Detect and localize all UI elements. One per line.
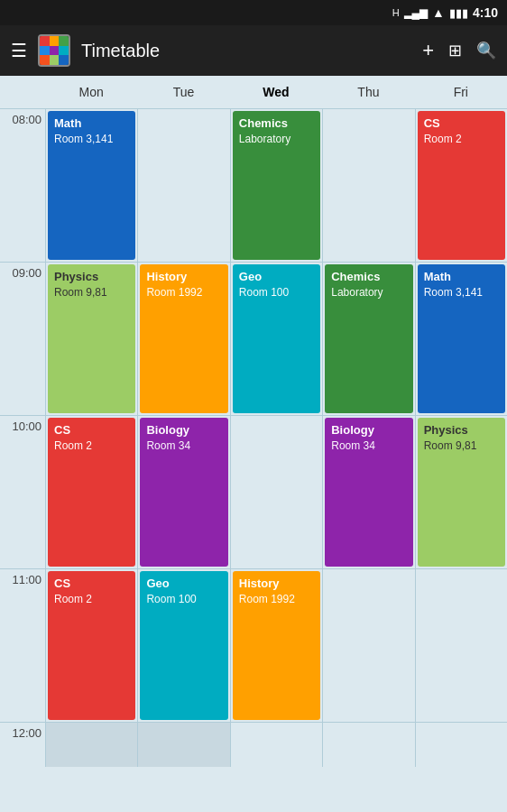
- status-icons: H ▂▄▆ ▲ ▮▮▮ 4:10: [392, 5, 498, 20]
- subject-name: Math: [54, 116, 129, 132]
- subject-name: History: [146, 270, 221, 285]
- day-cell: PhysicsRoom 9,81: [415, 416, 507, 568]
- day-mon: Mon: [45, 85, 137, 99]
- day-cell: HistoryRoom 1992: [137, 263, 229, 415]
- day-fri: Fri: [415, 85, 507, 99]
- wifi-icon: ▲: [432, 5, 445, 20]
- subject-room: Room 100: [239, 286, 314, 300]
- day-cells-0800: MathRoom 3,141ChemicsLaboratoryCSRoom 2: [45, 109, 507, 262]
- subject-name: Chemics: [239, 116, 314, 132]
- day-cell: [415, 723, 507, 767]
- hour-row-1200: 12:00: [0, 722, 507, 767]
- subject-block[interactable]: PhysicsRoom 9,81: [418, 418, 505, 567]
- day-cell: [137, 723, 229, 767]
- logo-cell: [50, 55, 60, 65]
- hour-label: 09:00: [0, 263, 45, 415]
- subject-room: Room 34: [331, 439, 406, 454]
- logo-cell: [50, 36, 60, 46]
- subject-name: Geo: [146, 577, 221, 592]
- day-cell: CSRoom 2: [45, 569, 137, 722]
- subject-room: Room 1992: [239, 593, 314, 607]
- hour-label: 12:00: [0, 723, 45, 767]
- subject-block[interactable]: PhysicsRoom 9,81: [48, 264, 135, 413]
- subject-room: Room 1992: [146, 286, 221, 300]
- grid-body: 08:00MathRoom 3,141ChemicsLaboratoryCSRo…: [0, 108, 507, 767]
- day-headers: Mon Tue Wed Thu Fri: [0, 76, 507, 108]
- hamburger-button[interactable]: ☰: [11, 40, 27, 61]
- subject-room: Room 3,141: [424, 286, 499, 300]
- logo-cell: [59, 55, 69, 65]
- subject-block[interactable]: CSRoom 2: [48, 571, 135, 720]
- subject-room: Room 3,141: [54, 133, 129, 147]
- day-cells-1000: CSRoom 2BiologyRoom 34BiologyRoom 34Phys…: [45, 416, 507, 568]
- day-cell: BiologyRoom 34: [322, 416, 414, 568]
- day-thu: Thu: [322, 85, 414, 99]
- subject-room: Room 2: [54, 593, 129, 607]
- subject-block[interactable]: BiologyRoom 34: [140, 418, 227, 567]
- day-cell: MathRoom 3,141: [415, 263, 507, 415]
- subject-block[interactable]: CSRoom 2: [418, 111, 505, 260]
- subject-room: Laboratory: [331, 286, 406, 300]
- hour-row-1000: 10:00CSRoom 2BiologyRoom 34BiologyRoom 3…: [0, 415, 507, 568]
- add-button[interactable]: +: [422, 39, 434, 62]
- day-tue: Tue: [137, 85, 229, 99]
- subject-block[interactable]: GeoRoom 100: [233, 264, 320, 413]
- day-cell: [230, 416, 322, 568]
- logo-cell: [50, 46, 60, 56]
- logo-cell: [40, 46, 50, 56]
- logo-cell: [40, 55, 50, 65]
- subject-name: CS: [54, 577, 129, 592]
- subject-room: Room 9,81: [54, 286, 129, 300]
- subject-name: Biology: [331, 423, 406, 438]
- subject-block[interactable]: MathRoom 3,141: [48, 111, 135, 260]
- day-cell: MathRoom 3,141: [45, 109, 137, 262]
- status-time: 4:10: [473, 5, 498, 20]
- timetable: Mon Tue Wed Thu Fri 08:00MathRoom 3,141C…: [0, 76, 507, 812]
- subject-room: Room 2: [424, 133, 499, 147]
- subject-block[interactable]: ChemicsLaboratory: [325, 264, 412, 413]
- search-button[interactable]: 🔍: [476, 41, 496, 60]
- logo-cell: [59, 36, 69, 46]
- subject-name: Math: [424, 270, 499, 285]
- logo-cell: [40, 36, 50, 46]
- subject-name: Biology: [146, 423, 221, 438]
- subject-name: Physics: [424, 423, 499, 438]
- subject-name: Geo: [239, 270, 314, 285]
- day-cell: [415, 569, 507, 722]
- signal-bars: ▂▄▆: [404, 6, 429, 19]
- day-cell: [45, 723, 137, 767]
- subject-block[interactable]: HistoryRoom 1992: [233, 571, 320, 720]
- calendar-button[interactable]: ⊞: [448, 41, 462, 60]
- hour-label: 11:00: [0, 569, 45, 722]
- app-title: Timetable: [81, 41, 411, 61]
- battery-icon: ▮▮▮: [449, 6, 468, 20]
- subject-room: Laboratory: [239, 133, 314, 147]
- grid-scroll[interactable]: 08:00MathRoom 3,141ChemicsLaboratoryCSRo…: [0, 108, 507, 812]
- hour-label: 10:00: [0, 416, 45, 568]
- hour-label: 08:00: [0, 109, 45, 262]
- day-cells-0900: PhysicsRoom 9,81HistoryRoom 1992GeoRoom …: [45, 263, 507, 415]
- day-cell: GeoRoom 100: [230, 263, 322, 415]
- subject-block[interactable]: CSRoom 2: [48, 418, 135, 567]
- subject-name: Physics: [54, 270, 129, 285]
- hour-row-0900: 09:00PhysicsRoom 9,81HistoryRoom 1992Geo…: [0, 262, 507, 415]
- subject-block[interactable]: HistoryRoom 1992: [140, 264, 227, 413]
- day-cell: BiologyRoom 34: [137, 416, 229, 568]
- subject-name: Chemics: [331, 270, 406, 285]
- subject-room: Room 2: [54, 439, 129, 454]
- subject-block[interactable]: MathRoom 3,141: [418, 264, 505, 413]
- subject-block[interactable]: BiologyRoom 34: [325, 418, 412, 567]
- day-wed: Wed: [230, 85, 322, 99]
- day-cell: [322, 569, 414, 722]
- day-cell: [230, 723, 322, 767]
- subject-room: Room 9,81: [424, 439, 499, 454]
- day-cell: CSRoom 2: [415, 109, 507, 262]
- day-cell: [137, 109, 229, 262]
- hour-row-0800: 08:00MathRoom 3,141ChemicsLaboratoryCSRo…: [0, 108, 507, 262]
- signal-icon: H: [392, 7, 400, 18]
- status-bar: H ▂▄▆ ▲ ▮▮▮ 4:10: [0, 0, 507, 25]
- subject-block[interactable]: GeoRoom 100: [140, 571, 227, 720]
- subject-block[interactable]: ChemicsLaboratory: [233, 111, 320, 260]
- day-cell: ChemicsLaboratory: [322, 263, 414, 415]
- app-bar-actions: + ⊞ 🔍: [422, 39, 496, 62]
